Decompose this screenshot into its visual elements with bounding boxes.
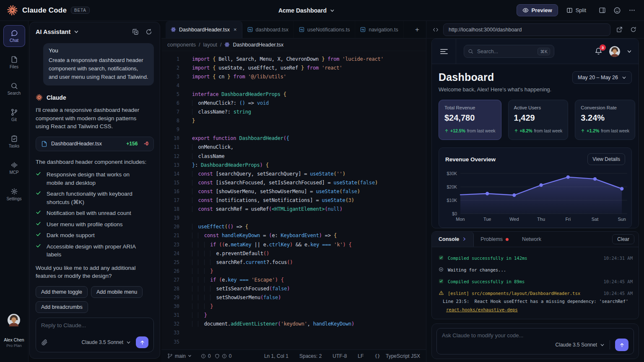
problems-indicator[interactable]: 0 0 (201, 353, 231, 359)
ai-assistant-panel: AI Assistant You Create a responsive das… (29, 22, 160, 359)
attach-file-button[interactable] (41, 337, 49, 347)
reply-input[interactable]: Reply to Claude... (41, 322, 148, 336)
sidebar-item-git[interactable]: Git (3, 104, 25, 126)
sidebar-item-tasks[interactable]: Tasks (3, 131, 25, 153)
date-range-selector[interactable]: May 20 – May 26 (572, 71, 632, 84)
code-line: 6onMenuClick?: () => void (161, 98, 426, 107)
sidebar-item-search[interactable]: Search (3, 78, 25, 100)
checklist-item-text: Notification bell with unread count (47, 209, 131, 217)
cursor-position[interactable]: Ln 1, Col 1 (264, 353, 288, 359)
paperclip-icon (41, 339, 48, 346)
breadcrumb-segment[interactable]: components (167, 42, 196, 48)
more-menu-button[interactable] (627, 5, 637, 16)
conversation: You Create a responsive dashboard header… (30, 41, 160, 318)
send-ask-button[interactable] (615, 339, 628, 351)
eol-setting[interactable]: LF (358, 353, 364, 359)
line-number: 14 (161, 171, 192, 177)
indent-setting[interactable]: Spaces: 2 (299, 353, 322, 359)
model-selector[interactable]: Claude 3.5 Sonnet (556, 342, 605, 348)
checklist-item-text: Dark mode support (47, 231, 95, 240)
stat-delta: +1.2%from last week (581, 128, 629, 133)
breadcrumb: components/layout/DashboardHeader.tsx (161, 39, 426, 51)
sidebar-item-mcp[interactable]: MCP (3, 157, 25, 179)
check-icon (36, 243, 42, 259)
language-mode[interactable]: {} TypeScript JSX (374, 353, 420, 359)
code-line: 9 (161, 125, 426, 134)
code-brackets-icon[interactable] (432, 27, 439, 33)
new-tab-button[interactable]: + (408, 21, 426, 38)
project-name: Acme Dashboard (278, 7, 327, 14)
copy-window-icon (132, 28, 139, 35)
suggestion-button[interactable]: Add theme toggle (36, 286, 88, 298)
line-number: 24 (161, 251, 192, 256)
console-log-text: Compiled successfully in 89ms (448, 279, 525, 284)
code-line: 10export function DashboardHeader({ (161, 134, 426, 143)
close-tab-icon[interactable]: × (234, 26, 237, 33)
editor-tab-navigation.ts[interactable]: TSnavigation.ts (355, 21, 403, 38)
sidebar-item-chat[interactable]: Chat (3, 25, 25, 47)
check-icon (36, 231, 42, 240)
reply-box[interactable]: Reply to Claude... Claude 3.5 Sonnet (36, 318, 154, 352)
clear-console-button[interactable]: Clear (612, 234, 634, 244)
menu-toggle-button[interactable] (432, 39, 456, 64)
eslint-rule-link[interactable]: react-hooks/exhaustive-deps (439, 306, 518, 314)
refresh-conversation-button[interactable] (144, 27, 154, 37)
sidebar-user[interactable]: Alex Chen Pro Plan (4, 314, 24, 362)
git-branch-indicator[interactable]: main (167, 353, 192, 359)
breadcrumb-segment[interactable]: layout (203, 42, 217, 48)
console-timestamp: 10:24:45 AM (603, 277, 633, 286)
editor-tab-dashboard.tsx[interactable]: TSdashboard.tsx (242, 21, 294, 38)
console-tab-problems[interactable]: Problems (474, 232, 515, 247)
editor-statusbar: main 0 0 Ln 1, Col 1 Spaces: 2 UTF-8 LF … (161, 349, 426, 362)
url-input[interactable]: http://localhost:3000/dashboard (443, 23, 610, 36)
code-line: 19 (161, 214, 426, 222)
ask-claude-input[interactable]: Ask Claude to modify your code... Claude… (436, 328, 634, 354)
send-reply-button[interactable] (136, 336, 148, 348)
split-panes-icon (566, 7, 573, 13)
console-tab-network[interactable]: Network (515, 232, 548, 247)
reload-button[interactable] (628, 25, 638, 34)
stat-label: Total Revenue (444, 105, 496, 110)
sidebar-item-settings[interactable]: Settings (3, 184, 25, 205)
project-selector[interactable]: Acme Dashboard (278, 0, 335, 21)
open-in-window-button[interactable] (130, 27, 140, 37)
svg-text:$20K: $20K (447, 184, 457, 189)
open-external-button[interactable] (615, 25, 624, 34)
sidebar-item-files[interactable]: Files (3, 52, 25, 73)
chevron-down-icon[interactable] (74, 29, 79, 34)
code-line: 3import { cn } from '@/lib/utils' (161, 72, 426, 81)
svg-text:Tue: Tue (483, 217, 491, 222)
encoding-setting[interactable]: UTF-8 (332, 353, 347, 359)
file-diff-chip[interactable]: DashboardHeader.tsx +156 -0 (36, 137, 154, 151)
editor-tab-useNotifications.ts[interactable]: TSuseNotifications.ts (294, 21, 355, 38)
line-number: 19 (161, 215, 192, 221)
help-face-button[interactable] (612, 5, 623, 16)
console-tab-console[interactable]: Console (432, 232, 474, 247)
panel-layout-button[interactable] (597, 5, 608, 16)
console-tab-label: Console (439, 236, 459, 242)
file-code-icon (41, 141, 47, 147)
editor-tab-DashboardHeader.tsx[interactable]: DashboardHeader.tsx× (166, 21, 242, 38)
model-selector[interactable]: Claude 3.5 Sonnet (82, 339, 131, 345)
preview-user-avatar[interactable] (609, 46, 620, 57)
line-number: 17 (161, 197, 192, 203)
line-number: 31 (161, 312, 192, 318)
breadcrumb-segment[interactable]: DashboardHeader.tsx (233, 42, 283, 48)
code-area[interactable]: 1import { Bell, Search, Menu, X, Chevron… (161, 51, 426, 349)
claude-logo-icon (36, 94, 43, 101)
code-line: 1import { Bell, Search, Menu, X, Chevron… (161, 54, 426, 63)
preview-button[interactable]: Preview (517, 4, 558, 16)
suggestion-button[interactable]: Add mobile menu (91, 286, 143, 298)
claude-message-header: Claude (36, 94, 154, 101)
preview-search-input[interactable]: Search... ⌘K (464, 45, 554, 58)
notifications-button[interactable]: 3 (595, 47, 602, 55)
line-number: 12 (161, 153, 192, 159)
split-button[interactable]: Split (562, 5, 590, 16)
chevron-down-icon[interactable] (627, 49, 632, 54)
checklist-item-text: Accessible design with proper ARIA label… (47, 243, 140, 259)
svg-text:TS: TS (249, 28, 252, 31)
line-number: 21 (161, 233, 192, 238)
code-line: 17const [notifications, setNotifications… (161, 196, 426, 205)
view-details-button[interactable]: View Details (587, 153, 625, 165)
suggestion-button[interactable]: Add breadcrumbs (36, 301, 88, 313)
